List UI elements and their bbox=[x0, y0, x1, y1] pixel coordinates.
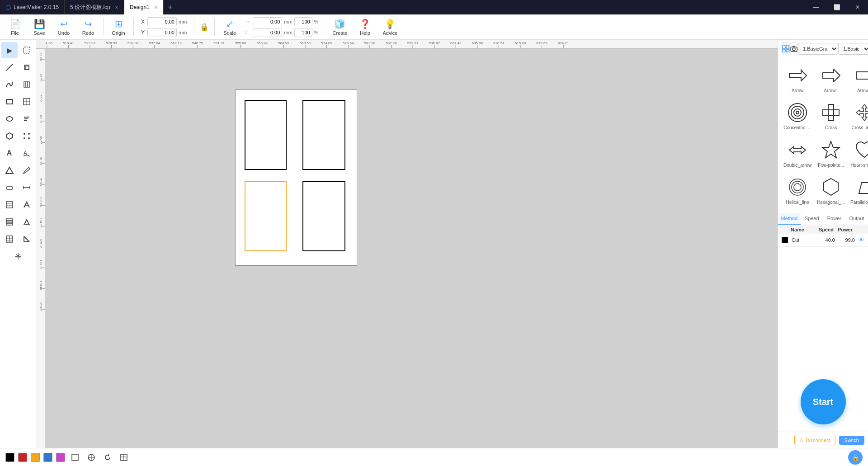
color-purple[interactable] bbox=[56, 453, 65, 462]
shape-hexagonal[interactable]: Hexagonal_... bbox=[815, 174, 847, 209]
bottom-grid-button[interactable] bbox=[118, 451, 130, 464]
line-tool[interactable] bbox=[1, 59, 18, 75]
save-button[interactable]: 💾 Save bbox=[28, 17, 51, 38]
library-dropdown-1[interactable]: 1.BasicGra bbox=[798, 43, 838, 55]
origin-button[interactable]: ⊞ Origin bbox=[107, 17, 130, 38]
concentric-shape-icon bbox=[787, 102, 808, 123]
tab-add-button[interactable]: + bbox=[164, 3, 177, 11]
width-input[interactable] bbox=[253, 17, 282, 26]
tab-lasermaker[interactable]: ⬡ LaserMaker 2.0.15 bbox=[0, 0, 65, 14]
lock-proportions-button[interactable]: 🔒 bbox=[198, 21, 211, 33]
svg-text:109.35: 109.35 bbox=[39, 239, 42, 249]
shape-arrow[interactable]: Arrow bbox=[782, 62, 813, 97]
pen-tool[interactable] bbox=[19, 162, 35, 179]
crop-tool[interactable] bbox=[19, 76, 35, 93]
erase-tool[interactable] bbox=[1, 179, 18, 196]
stack-tool[interactable] bbox=[1, 214, 18, 230]
text-arc-tool[interactable]: A bbox=[19, 145, 35, 161]
canvas-rect-2[interactable] bbox=[302, 100, 345, 170]
scale-button[interactable]: ⤢ Scale bbox=[218, 17, 241, 38]
shape-five-pointed[interactable]: Five-pointe... bbox=[815, 137, 847, 172]
y-input[interactable] bbox=[147, 28, 177, 37]
ellipse-tool[interactable] bbox=[1, 111, 18, 127]
maximize-button[interactable]: ⬜ bbox=[826, 0, 847, 14]
width-pct-unit: % bbox=[314, 19, 319, 24]
angle-tool[interactable] bbox=[19, 231, 35, 247]
shape-double-arrow[interactable]: Double_arrow bbox=[782, 137, 813, 172]
undo-button[interactable]: ↩ Undo bbox=[52, 17, 75, 38]
path-tool[interactable] bbox=[19, 197, 35, 213]
height-input[interactable] bbox=[253, 28, 282, 37]
width-pct-input[interactable] bbox=[294, 17, 312, 26]
shape-concentric[interactable]: Concentric_... bbox=[782, 99, 813, 134]
redo-button[interactable]: ↪ Redo bbox=[77, 17, 99, 38]
canvas-rect-4[interactable] bbox=[302, 181, 345, 251]
camera-view-button[interactable] bbox=[790, 42, 798, 55]
grid-tool[interactable] bbox=[19, 94, 35, 110]
shape-arrow2[interactable]: Arrow2 bbox=[849, 62, 868, 97]
height-unit: mm bbox=[284, 30, 292, 35]
height-pct-input[interactable] bbox=[294, 28, 312, 37]
canvas-rect-1[interactable] bbox=[245, 100, 287, 170]
tab-speed[interactable]: Speed bbox=[801, 213, 823, 225]
canvas[interactable] bbox=[45, 49, 778, 448]
tab-power[interactable]: Power bbox=[823, 213, 846, 225]
shape-heart[interactable]: Heart-shaped bbox=[849, 137, 868, 172]
shape-helical[interactable]: Helical_line bbox=[782, 174, 813, 209]
ruler-horizontal-container: // Ruler ticks will be drawn by JS 514.8… bbox=[36, 40, 778, 49]
x-input[interactable] bbox=[147, 17, 177, 26]
bottom-lock-button[interactable]: 🔒 bbox=[848, 450, 863, 465]
toolbar: 📄 File 💾 Save ↩ Undo ↪ Redo ⊞ Origin X m… bbox=[0, 14, 868, 40]
color-red[interactable] bbox=[18, 453, 27, 462]
curve-tool[interactable] bbox=[1, 76, 18, 93]
shape-parallelogram[interactable]: Parallelogram bbox=[849, 174, 868, 209]
tab-method[interactable]: Method bbox=[778, 213, 801, 225]
create-button[interactable]: 🧊 Create bbox=[328, 17, 352, 38]
layers2-tool[interactable] bbox=[1, 197, 18, 213]
toolbar-divider-2 bbox=[133, 18, 134, 36]
shape-arrow1[interactable]: Arrow1 bbox=[815, 62, 847, 97]
tab-close-template[interactable]: ✕ bbox=[115, 5, 118, 10]
rect-tool[interactable] bbox=[1, 94, 18, 110]
file-button[interactable]: 📄 File bbox=[4, 17, 26, 38]
lasso-tool[interactable] bbox=[19, 42, 35, 58]
bottom-tool-2[interactable] bbox=[85, 451, 98, 464]
close-button[interactable]: ✕ bbox=[847, 0, 868, 14]
tab-close-design1[interactable]: ✕ bbox=[154, 5, 158, 10]
tab-design-template[interactable]: 5.设计图模板.lcp ✕ bbox=[65, 0, 124, 14]
library-dropdown-2[interactable]: 1.Basic bbox=[838, 43, 868, 55]
text-tool[interactable]: A bbox=[1, 145, 18, 161]
color-black[interactable] bbox=[5, 453, 14, 462]
minimize-button[interactable]: — bbox=[806, 0, 826, 14]
hat-tool[interactable] bbox=[19, 214, 35, 230]
bottom-tool-1[interactable] bbox=[69, 451, 81, 464]
color-orange[interactable] bbox=[31, 453, 40, 462]
polygon-tool[interactable] bbox=[1, 128, 18, 144]
double-arrow-shape-icon bbox=[787, 139, 808, 161]
shape-tool[interactable] bbox=[1, 162, 18, 179]
copy-tool[interactable] bbox=[19, 59, 35, 75]
table-tool[interactable] bbox=[1, 231, 18, 247]
disconnect-button[interactable]: ⚠ Disconnect bbox=[794, 435, 835, 445]
layer-col-speed: Speed bbox=[817, 227, 834, 232]
measure-tool[interactable] bbox=[19, 179, 35, 196]
layer-visibility-button[interactable]: 👁 bbox=[859, 237, 864, 244]
grid-view-button[interactable] bbox=[782, 42, 790, 55]
node-tool[interactable] bbox=[19, 128, 35, 144]
canvas-rect-3-selected[interactable] bbox=[245, 181, 287, 251]
start-button[interactable]: Start bbox=[801, 379, 846, 424]
tab-output[interactable]: Output bbox=[845, 213, 868, 225]
color-blue[interactable] bbox=[43, 453, 52, 462]
align-tool[interactable] bbox=[19, 111, 35, 127]
tab-design1[interactable]: Design1 ✕ bbox=[124, 0, 164, 14]
switch-button[interactable]: Switch bbox=[839, 436, 864, 445]
shape-cross[interactable]: Cross bbox=[815, 99, 847, 134]
sparkle-tool[interactable] bbox=[10, 248, 26, 264]
select-tool[interactable]: ▶ bbox=[1, 42, 18, 58]
svg-rect-31 bbox=[6, 221, 13, 223]
help-button[interactable]: ❓ Help bbox=[354, 17, 376, 38]
advice-button[interactable]: 💡 Advice bbox=[378, 17, 402, 38]
bottom-rotate-button[interactable] bbox=[101, 451, 114, 464]
toolbar-divider-1 bbox=[103, 18, 104, 36]
shape-cross-arrow[interactable]: Cross_arrow bbox=[849, 99, 868, 134]
